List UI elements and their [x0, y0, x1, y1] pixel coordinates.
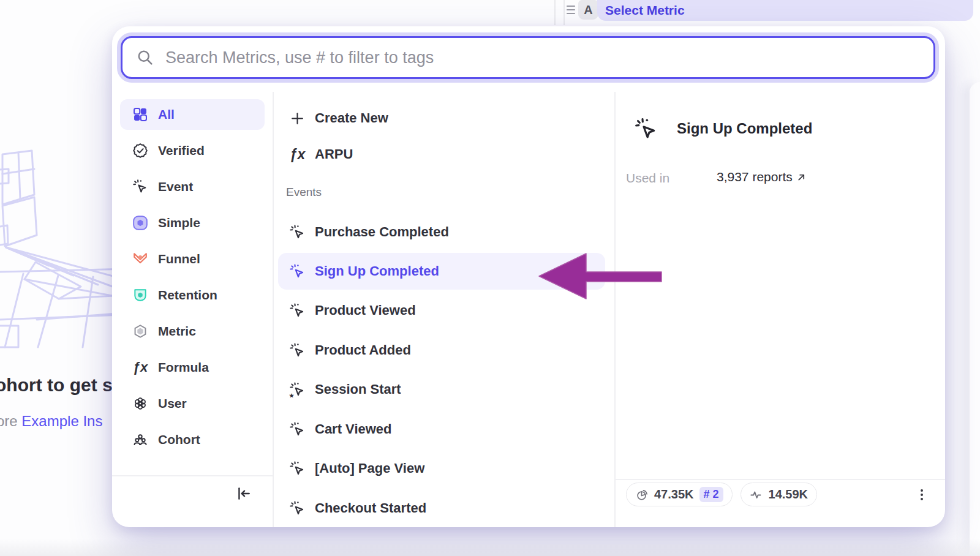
detail-title: Sign Up Completed — [677, 120, 812, 137]
grid-icon — [132, 107, 148, 122]
detail-divider — [615, 479, 945, 480]
sidebar-item-formula[interactable]: ƒx Formula — [120, 352, 265, 383]
column-divider — [273, 92, 274, 527]
list-item-label: Sign Up Completed — [315, 263, 439, 279]
list-item-product-added[interactable]: Product Added — [278, 332, 605, 369]
list-item-label: [Auto] Page View — [315, 460, 424, 476]
example-insights-link[interactable]: Example Ins — [21, 413, 102, 429]
empty-state-subtext: ore Example Ins — [0, 413, 102, 430]
event-cursor-icon — [289, 263, 306, 280]
svg-text:★: ★ — [289, 392, 295, 397]
list-item-label: Cart Viewed — [315, 421, 392, 437]
series-a-badge: A — [578, 0, 598, 20]
collapse-left-icon — [236, 486, 252, 502]
funnel-icon — [132, 251, 148, 267]
event-cursor-star-icon: ★ — [289, 381, 306, 398]
list-item-auto-page-view[interactable]: [Auto] Page View — [278, 450, 605, 487]
list-item-label: Product Viewed — [315, 302, 416, 318]
sidebar-divider — [112, 475, 273, 476]
collapse-sidebar-button[interactable] — [235, 484, 253, 503]
event-cursor-icon — [634, 117, 658, 141]
pie-chart-icon — [635, 488, 649, 502]
sidebar-item-simple[interactable]: Simple — [120, 208, 265, 238]
panel-divider — [564, 0, 565, 25]
sidebar-item-event[interactable]: Event — [120, 171, 265, 202]
search-box[interactable] — [121, 36, 935, 79]
sidebar-item-metric[interactable]: Metric — [120, 316, 265, 347]
panel-divider — [554, 0, 556, 25]
kebab-menu-icon — [914, 487, 929, 502]
event-cursor-icon — [289, 460, 306, 477]
category-sidebar: All Verified Event Simple — [120, 99, 265, 460]
sidebar-item-funnel[interactable]: Funnel — [120, 244, 265, 274]
sidebar-item-label: All — [158, 107, 175, 122]
list-item-purchase-completed[interactable]: Purchase Completed — [278, 214, 605, 250]
event-cursor-icon — [132, 179, 148, 195]
cohort-people-icon — [132, 432, 148, 448]
list-item-label: Purchase Completed — [315, 224, 449, 240]
list-item-sign-up-completed[interactable]: Sign Up Completed — [278, 253, 605, 290]
event-cursor-icon — [289, 500, 306, 517]
formula-fx-icon: ƒx — [289, 146, 306, 163]
retention-icon — [132, 287, 148, 303]
total-count-badge[interactable]: 47.35K # 2 — [626, 483, 733, 506]
more-options-button[interactable] — [911, 484, 932, 505]
list-item-label: Product Added — [315, 342, 411, 358]
sidebar-item-label: Cohort — [158, 432, 200, 447]
list-item-checkout-started[interactable]: Checkout Started — [278, 490, 605, 527]
select-metric-label: Select Metric — [605, 3, 685, 18]
rank-chip: # 2 — [699, 487, 723, 502]
list-item-arpu[interactable]: ƒx ARPU — [278, 141, 605, 168]
formula-fx-icon: ƒx — [132, 359, 148, 375]
activity-count-badge[interactable]: 14.59K — [741, 483, 818, 506]
sidebar-item-label: Metric — [158, 324, 196, 339]
list-item-label: Checkout Started — [315, 500, 426, 516]
sidebar-item-label: Retention — [158, 288, 217, 302]
list-item-session-start[interactable]: ★ Session Start — [278, 371, 605, 408]
verified-seal-icon — [132, 143, 148, 159]
sidebar-item-all[interactable]: All — [120, 99, 265, 130]
drag-handle-icon[interactable] — [565, 2, 578, 17]
used-in-label: Used in — [626, 171, 669, 186]
event-cursor-icon — [289, 302, 306, 319]
column-divider — [614, 92, 616, 527]
create-new-label: Create New — [315, 110, 388, 126]
page: ohort to get s ore Example Ins A Select … — [0, 0, 980, 556]
sidebar-item-label: Simple — [158, 216, 200, 230]
sidebar-item-verified[interactable]: Verified — [120, 135, 265, 166]
reports-count: 3,937 reports — [717, 170, 793, 184]
search-icon — [136, 48, 154, 67]
list-item-label: Session Start — [315, 381, 401, 397]
empty-state-heading: ohort to get s — [0, 375, 113, 396]
events-section-header: Events — [286, 186, 322, 199]
event-cursor-icon — [289, 224, 306, 241]
sidebar-item-label: Funnel — [158, 252, 200, 266]
used-in-reports-link[interactable]: 3,937 reports — [717, 170, 806, 184]
plus-icon — [289, 110, 306, 127]
select-metric-bar[interactable]: Select Metric — [597, 0, 973, 21]
background-panel-edge — [970, 82, 980, 556]
event-cursor-icon — [289, 342, 306, 359]
search-input[interactable] — [165, 38, 933, 77]
sidebar-item-label: Event — [158, 179, 193, 194]
sidebar-item-label: Verified — [158, 143, 205, 158]
external-link-icon — [797, 173, 806, 182]
sidebar-item-user[interactable]: User — [120, 388, 265, 419]
sidebar-item-label: Formula — [158, 360, 209, 375]
user-cluster-icon — [132, 396, 148, 411]
activity-icon — [750, 488, 763, 502]
stat-value: 47.35K — [654, 487, 694, 502]
sidebar-item-retention[interactable]: Retention — [120, 280, 265, 310]
list-item-label: ARPU — [315, 146, 353, 162]
list-item-cart-viewed[interactable]: Cart Viewed — [278, 411, 605, 448]
page-bottom-shadow — [0, 539, 980, 556]
stat-value: 14.59K — [769, 487, 809, 502]
create-new-button[interactable]: Create New — [278, 105, 605, 132]
sidebar-item-cohort[interactable]: Cohort — [120, 424, 265, 455]
metric-picker-modal: All Verified Event Simple — [112, 26, 945, 527]
list-item-product-viewed[interactable]: Product Viewed — [278, 292, 605, 329]
simple-icon — [132, 215, 148, 231]
subtext-prefix: ore — [0, 413, 21, 429]
event-cursor-icon — [289, 421, 306, 438]
stat-badges: 47.35K # 2 14.59K — [626, 483, 817, 506]
